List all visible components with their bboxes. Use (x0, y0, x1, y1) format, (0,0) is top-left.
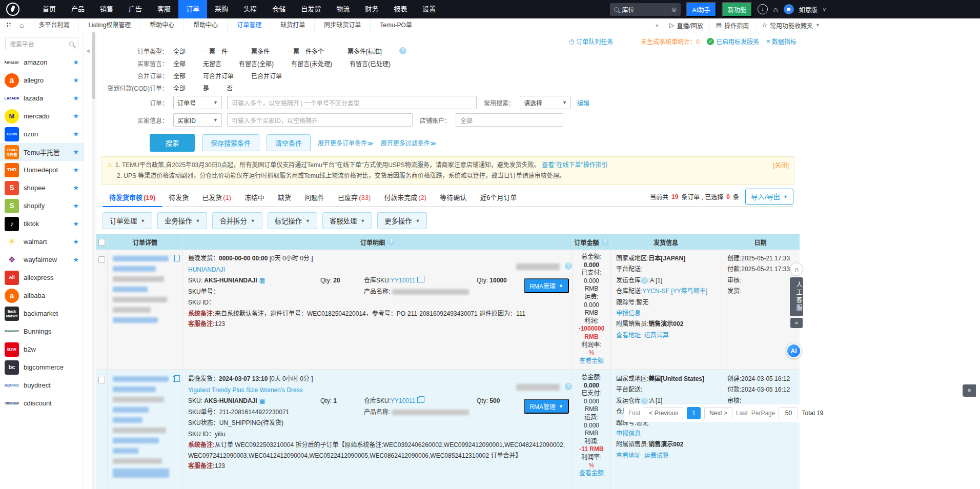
rma-button[interactable]: RMA管理▼ (524, 399, 569, 414)
warehouse-sku-link[interactable]: YY10011 (391, 277, 416, 284)
platform-item[interactable]: S shopee ★ (0, 179, 84, 197)
top-menu-item[interactable]: 报表 (386, 0, 415, 18)
filter-option[interactable]: 全部 (173, 71, 186, 80)
status-tab[interactable]: 已废弃(33) (331, 187, 377, 206)
tabs-chevron-down-icon[interactable]: ∨ (655, 23, 663, 28)
top-menu-item[interactable]: 订单 (178, 0, 207, 18)
uncreated-orders-stat[interactable]: 未生成系统单统计：0 (641, 37, 700, 46)
more-order-conditions-link[interactable]: 展开更多订单条件≫ (318, 138, 374, 147)
order-number-input[interactable]: 可输入多个，以空格隔开 | 一个单号不区分类型 (227, 96, 477, 109)
filter-option[interactable]: 无留言 (203, 59, 221, 68)
star-icon[interactable]: ★ (73, 148, 79, 156)
top-menu-item[interactable]: 采购 (207, 0, 236, 18)
star-icon[interactable]: ★ (73, 112, 79, 120)
top-menu-item[interactable]: 销售 (92, 0, 121, 18)
platform-item[interactable]: S shopify ★ (0, 197, 84, 215)
action-menu-button[interactable]: 订单处理▼ (103, 212, 152, 229)
page-tab[interactable]: 多平台利润 (29, 18, 78, 32)
collapse-right-icon[interactable]: » (790, 318, 803, 328)
status-tab[interactable]: 待发货 (162, 187, 195, 206)
star-icon[interactable]: ★ (73, 220, 79, 228)
platform-search-input[interactable]: 搜索平台 (5, 37, 78, 50)
top-menu-item[interactable]: 自发货 (293, 0, 329, 18)
page-tab[interactable]: Temu-PO单 (370, 18, 421, 32)
status-tab[interactable]: 冻结中 (238, 187, 271, 206)
top-menu-item[interactable]: 产品 (64, 0, 92, 18)
buyer-id-input[interactable]: 可输入多个买家ID，以空格隔开 (227, 113, 413, 127)
filter-option[interactable]: 可合并订单 (203, 71, 234, 80)
buyer-type-select[interactable]: 买家ID▼ (173, 113, 222, 127)
platform-item[interactable]: Ali aliexpress ★ (0, 269, 84, 287)
shop-account-input[interactable]: 全部 (456, 113, 563, 127)
star-icon[interactable]: ★ (73, 184, 79, 192)
action-menu-button[interactable]: 合并拆分▼ (212, 212, 262, 229)
per-page-input[interactable]: 50 (779, 407, 798, 419)
platform-item[interactable]: OZON ozon ★ (0, 125, 84, 143)
help-icon[interactable]: ? (387, 238, 395, 246)
platform-item[interactable]: THD Homedepot ★ (0, 161, 84, 179)
top-menu-item[interactable]: 广告 (121, 0, 150, 18)
star-icon[interactable]: ★ (73, 130, 79, 138)
filter-option[interactable]: 一票一件 (203, 47, 228, 55)
platform-item[interactable]: Back Market backmarket ★ (0, 304, 84, 322)
scrollbar-thumb[interactable] (92, 32, 95, 99)
collapse-sidebar-icon[interactable]: ◄ (85, 48, 91, 54)
status-tab[interactable]: 已发货(1) (195, 187, 238, 206)
product-link[interactable]: Yigutest Trendy Plus Size Women's Dress (188, 386, 303, 394)
grid-icon[interactable]: ▦ (259, 277, 265, 284)
platform-item[interactable]: ♪ tiktok ★ (0, 215, 84, 233)
declare-info-link[interactable]: 申报信息 (616, 310, 641, 317)
help-icon[interactable]: ? (399, 47, 406, 54)
view-amount-link[interactable]: 查看金额 (579, 357, 604, 364)
filter-option[interactable]: 有留言(全部) (239, 59, 274, 68)
star-icon[interactable]: ★ (73, 238, 79, 246)
product-link[interactable]: HUNIANDAJI (188, 266, 225, 273)
page-tab[interactable]: 缺货打单 (271, 18, 314, 32)
page-tab[interactable]: 同步缺货订单 (314, 18, 370, 32)
avatar[interactable]: ☻ (784, 4, 794, 14)
filter-option[interactable]: 一票一件多个 (287, 47, 324, 55)
flag-service-link[interactable]: ✓已启用标发服务 (707, 37, 759, 46)
save-search-button[interactable]: 保存搜索条件 (202, 134, 259, 151)
copy-icon[interactable] (417, 277, 422, 282)
platform-item[interactable]: BuyDirect buydirect ★ (0, 376, 84, 394)
platform-item[interactable]: Cdiscount cdiscount ★ (0, 394, 84, 412)
status-tab[interactable]: 近6个月订单 (473, 187, 523, 206)
last-page-link[interactable]: Last (736, 410, 748, 417)
page-tab[interactable]: 帮助中心 (140, 18, 183, 32)
star-icon[interactable]: ★ (73, 256, 79, 263)
platform-item[interactable]: Amazon amazon ★ (0, 53, 84, 71)
freight-trial-link[interactable]: 运费试算 (644, 452, 669, 459)
ai-float-button[interactable]: AI (786, 343, 801, 358)
row-checkbox[interactable] (98, 256, 105, 263)
edition-label[interactable]: 如意版 (799, 5, 818, 14)
current-page[interactable]: 1 (687, 407, 701, 419)
copy-icon[interactable] (173, 256, 177, 261)
filter-option[interactable]: 全部 (173, 47, 186, 55)
rma-button[interactable]: RMA管理▼ (524, 278, 569, 293)
expand-panel-icon[interactable]: » (963, 384, 976, 397)
page-tab[interactable]: Listing权限管理 (78, 18, 140, 32)
warehouse-sku-link[interactable]: YY10011 (391, 397, 416, 404)
star-icon[interactable]: ★ (73, 76, 79, 84)
platform-item[interactable]: a allegro ★ (0, 71, 84, 89)
status-tab[interactable]: 问题件 (298, 187, 331, 206)
action-menu-button[interactable]: 标记操作▼ (268, 212, 317, 229)
filter-option[interactable]: 一票多件[标准] (341, 47, 382, 55)
action-menu-button[interactable]: 客服处理▼ (322, 212, 372, 229)
platform-item[interactable]: BUNNINGS Bunnings ★ (0, 322, 84, 340)
status-tab[interactable]: 缺货 (271, 187, 298, 206)
import-export-button[interactable]: 导入/导出▼ (745, 189, 793, 205)
home-icon[interactable]: ⌂ (19, 21, 24, 29)
action-menu-button[interactable]: 更多操作▼ (377, 212, 427, 229)
ai-assistant-button[interactable]: AI助手 (686, 2, 716, 17)
filter-option[interactable]: 否 (227, 84, 233, 92)
declare-info-link[interactable]: 申报信息 (616, 430, 641, 437)
page-tab[interactable]: 帮助中心 (183, 18, 227, 32)
first-page-link[interactable]: First (628, 410, 640, 417)
global-search-input[interactable]: 库位 ⊗ (610, 3, 681, 16)
view-address-link[interactable]: 查看地址 (616, 452, 641, 459)
platform-item[interactable]: ❖ wayfairnew ★ (0, 251, 84, 269)
top-menu-item[interactable]: 仓储 (264, 0, 293, 18)
platform-item[interactable]: a alibaba ★ (0, 287, 84, 304)
